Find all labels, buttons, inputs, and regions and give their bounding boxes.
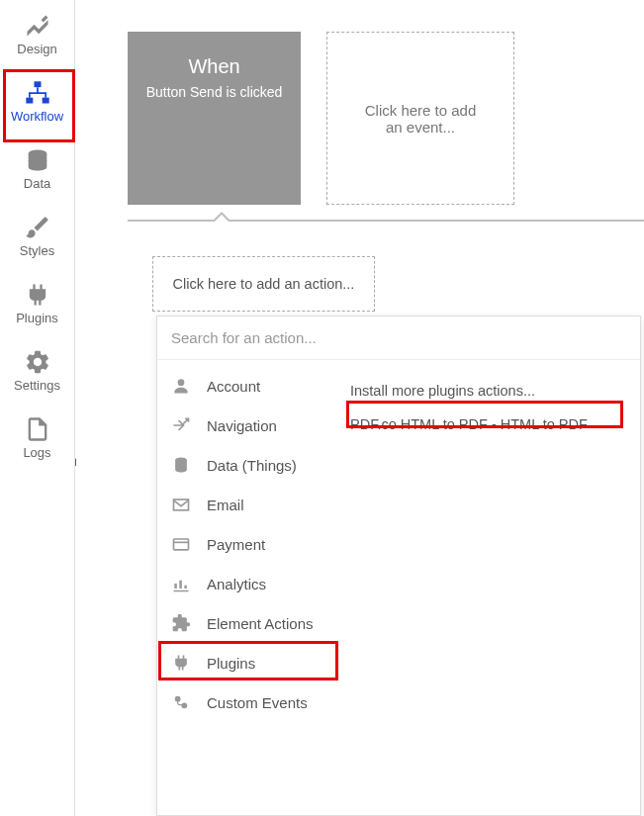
analytics-icon xyxy=(171,574,191,593)
action-dropdown: Account Navigation Data (Things) Email P… xyxy=(156,316,641,816)
category-navigation[interactable]: Navigation xyxy=(157,406,340,445)
custom-events-icon xyxy=(171,692,191,712)
add-event-label: Click here to add an event... xyxy=(357,102,484,136)
category-custom-events[interactable]: Custom Events xyxy=(157,682,340,722)
data-icon xyxy=(24,146,51,174)
category-data[interactable]: Data (Things) xyxy=(157,445,340,485)
category-email[interactable]: Email xyxy=(157,485,340,524)
sidebar-item-workflow[interactable]: Workflow xyxy=(0,67,74,135)
data-things-icon xyxy=(171,455,191,475)
account-icon xyxy=(171,376,191,396)
result-label: PDF.co HTML to PDF - HTML to PDF xyxy=(350,416,588,432)
event-subtitle: Button Send is clicked xyxy=(146,84,283,100)
event-title: When xyxy=(188,55,239,78)
sidebar-item-styles[interactable]: Styles xyxy=(0,202,74,269)
category-plugins[interactable]: Plugins xyxy=(157,643,340,682)
svg-rect-2 xyxy=(42,97,48,103)
sidebar-item-label: Styles xyxy=(20,243,54,258)
logs-icon xyxy=(24,415,51,443)
add-action-button[interactable]: Click here to add an action... xyxy=(152,256,375,312)
navigation-icon xyxy=(171,415,191,435)
category-element-actions[interactable]: Element Actions xyxy=(157,603,340,643)
sidebar-item-label: Workflow xyxy=(11,109,63,124)
add-action-label: Click here to add an action... xyxy=(173,276,355,292)
sidebar-item-label: Logs xyxy=(23,445,50,460)
category-label: Plugins xyxy=(207,655,255,672)
settings-icon xyxy=(24,348,51,376)
category-label: Email xyxy=(207,497,244,513)
category-label: Analytics xyxy=(207,576,266,592)
sidebar-item-label: Design xyxy=(17,42,56,56)
sidebar-item-logs[interactable]: Logs xyxy=(0,404,74,471)
sidebar-item-data[interactable]: Data xyxy=(0,135,74,202)
action-pointer-inner xyxy=(213,215,230,224)
plugins-icon xyxy=(24,281,51,309)
sidebar-item-plugins[interactable]: Plugins xyxy=(0,269,74,336)
svg-rect-1 xyxy=(26,97,33,103)
category-label: Payment xyxy=(207,536,265,553)
sidebar-item-design[interactable]: Design xyxy=(0,0,74,67)
workflow-icon xyxy=(24,79,51,107)
category-account[interactable]: Account xyxy=(157,366,340,406)
install-plugins-label: Install more plugins actions... xyxy=(350,383,535,399)
element-actions-icon xyxy=(171,613,191,633)
sidebar-item-label: Plugins xyxy=(16,311,58,325)
category-label: Custom Events xyxy=(207,694,308,711)
sidebar-item-settings[interactable]: Settings xyxy=(0,336,74,404)
add-event-button[interactable]: Click here to add an event... xyxy=(326,32,514,205)
results-list: Install more plugins actions... PDF.co H… xyxy=(340,360,640,722)
categories-list: Account Navigation Data (Things) Email P… xyxy=(157,360,340,722)
category-label: Navigation xyxy=(207,417,277,434)
category-label: Data (Things) xyxy=(207,457,297,474)
result-item-pdfco[interactable]: PDF.co HTML to PDF - HTML to PDF xyxy=(350,408,640,441)
styles-icon xyxy=(24,214,51,241)
design-icon xyxy=(24,12,51,40)
email-icon xyxy=(171,495,191,514)
dropdown-body: Account Navigation Data (Things) Email P… xyxy=(157,360,640,722)
payment-icon xyxy=(171,534,191,554)
svg-rect-7 xyxy=(174,539,189,550)
category-payment[interactable]: Payment xyxy=(157,524,340,564)
category-label: Element Actions xyxy=(207,615,314,632)
workflow-canvas: When Button Send is clicked Click here t… xyxy=(76,0,644,816)
svg-point-4 xyxy=(178,379,185,386)
install-plugins-link[interactable]: Install more plugins actions... xyxy=(350,374,640,408)
event-card[interactable]: When Button Send is clicked xyxy=(128,32,301,205)
category-label: Account xyxy=(207,378,260,395)
sidebar-item-label: Settings xyxy=(14,378,60,393)
category-analytics[interactable]: Analytics xyxy=(157,564,340,603)
svg-point-8 xyxy=(175,696,181,702)
svg-rect-0 xyxy=(34,81,41,87)
sidebar: Design Workflow Data Styles Plugins Sett… xyxy=(0,0,75,816)
search-row xyxy=(157,317,640,360)
sidebar-item-label: Data xyxy=(24,176,50,191)
svg-point-9 xyxy=(181,702,187,708)
search-input[interactable] xyxy=(171,329,626,346)
plugins-category-icon xyxy=(171,653,191,673)
